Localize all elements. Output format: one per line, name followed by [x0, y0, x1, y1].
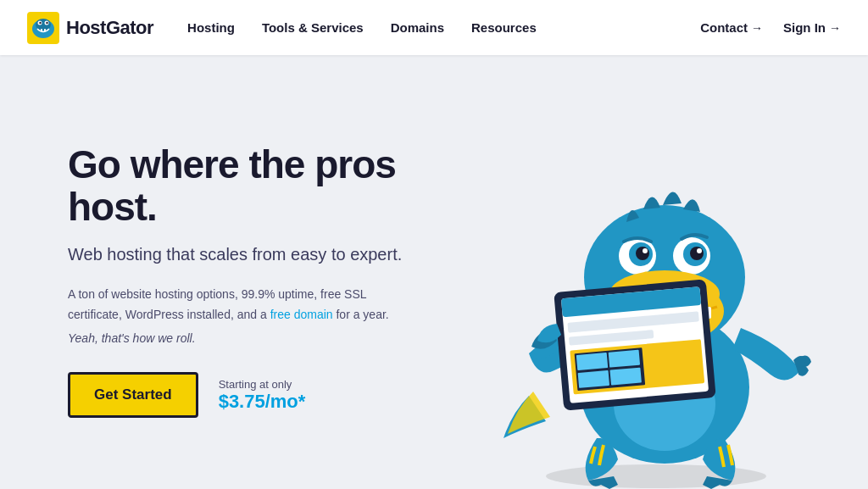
contact-link[interactable]: Contact →	[700, 20, 763, 35]
nav-hosting[interactable]: Hosting	[187, 20, 235, 35]
nav-domains[interactable]: Domains	[391, 20, 444, 35]
svg-point-19	[643, 248, 648, 253]
svg-rect-41	[609, 368, 641, 386]
svg-point-5	[39, 21, 41, 23]
svg-rect-7	[41, 29, 42, 31]
logo-icon	[27, 12, 59, 44]
hero-desc-part2: for a year.	[333, 308, 389, 321]
nav-resources[interactable]: Resources	[471, 20, 537, 35]
free-domain-link[interactable]: free domain	[270, 308, 333, 321]
hero-subtitle: Web hosting that scales from easy to exp…	[68, 242, 475, 266]
svg-point-18	[690, 247, 704, 260]
hero-content: Go where the pros host. Web hosting that…	[68, 143, 475, 419]
svg-rect-40	[578, 370, 609, 388]
mascot-area	[478, 125, 834, 489]
cta-area: Get Started Starting at only $3.75/mo*	[68, 372, 475, 418]
sign-in-link[interactable]: Sign In →	[783, 20, 841, 35]
navbar: HostGator Hosting Tools & Services Domai…	[0, 0, 868, 55]
nav-tools-services[interactable]: Tools & Services	[262, 20, 364, 35]
sign-in-arrow: →	[829, 21, 841, 35]
svg-rect-8	[44, 29, 46, 31]
hero-section: Go where the pros host. Web hosting that…	[0, 55, 868, 489]
svg-point-6	[46, 21, 47, 23]
logo-link[interactable]: HostGator	[27, 12, 153, 44]
hero-tagline: Yeah, that's how we roll.	[68, 331, 475, 345]
hero-description: A ton of website hosting options, 99.9% …	[68, 285, 390, 325]
contact-arrow: →	[751, 21, 763, 35]
sign-in-label: Sign In	[783, 20, 826, 35]
pricing-value: $3.75/mo*	[219, 391, 306, 413]
svg-point-17	[636, 247, 649, 260]
pricing-info: Starting at only $3.75/mo*	[219, 378, 306, 413]
svg-point-20	[697, 248, 702, 253]
svg-rect-38	[576, 353, 608, 370]
hero-title: Go where the pros host.	[68, 143, 475, 229]
nav-right: Contact → Sign In →	[700, 20, 841, 35]
contact-label: Contact	[700, 20, 748, 35]
mascot-illustration	[478, 125, 834, 489]
nav-links: Hosting Tools & Services Domains Resourc…	[187, 20, 700, 35]
brand-name: HostGator	[66, 17, 153, 39]
pricing-label: Starting at only	[219, 378, 306, 391]
svg-rect-39	[609, 350, 640, 368]
get-started-button[interactable]: Get Started	[68, 372, 198, 418]
